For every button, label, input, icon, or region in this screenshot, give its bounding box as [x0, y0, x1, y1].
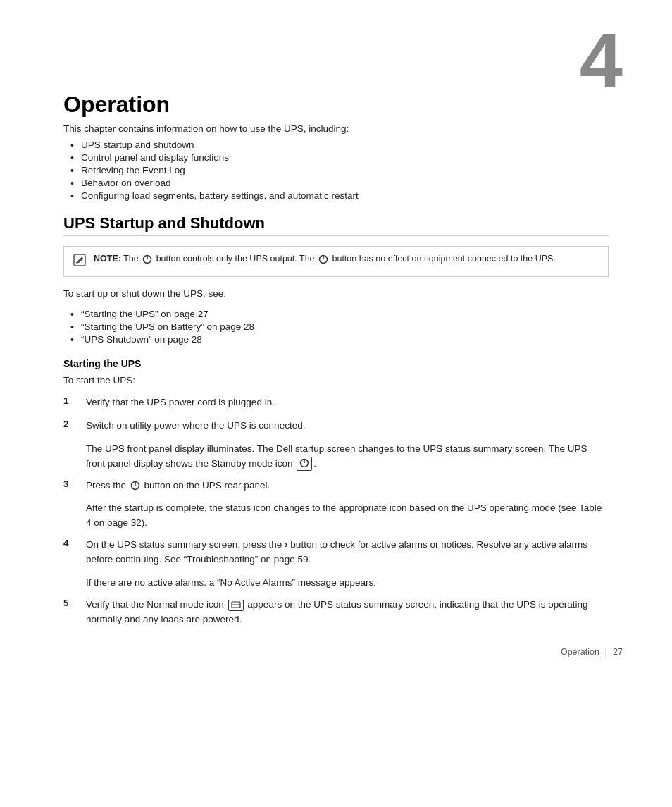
footer-label: Operation — [561, 647, 599, 657]
subsection-intro: To start the UPS: — [63, 374, 609, 388]
step-content-3: Press the button on the UPS rear panel. — [86, 479, 609, 493]
step-4-sub: If there are no active alarms, a “No Act… — [86, 576, 609, 591]
list-item: UPS startup and shutdown — [70, 140, 609, 151]
footer: Operation | 27 — [0, 647, 672, 657]
list-item: Retrieving the Event Log — [70, 165, 609, 176]
list-item: “Starting the UPS on Battery” on page 28 — [70, 321, 609, 333]
step-4: 4 On the UPS status summary screen, pres… — [63, 538, 609, 567]
step-num-5: 5 — [63, 598, 86, 608]
chapter-number: 4 — [580, 21, 623, 99]
step-num-4: 4 — [63, 538, 86, 548]
step-content-2: Switch on utility power where the UPS is… — [86, 419, 609, 433]
startup-intro: To start up or shut down the UPS, see: — [63, 287, 609, 302]
power-icon-1 — [142, 254, 152, 264]
power-icon-2 — [318, 254, 328, 264]
intro-bullet-list: UPS startup and shutdown Control panel a… — [70, 140, 609, 202]
section1-title: UPS Startup and Shutdown — [63, 214, 609, 236]
intro-text: This chapter contains information on how… — [63, 123, 609, 134]
normal-mode-icon — [228, 600, 244, 611]
steps-list: 1 Verify that the UPS power cord is plug… — [63, 395, 609, 627]
list-item: Configuring load segments, battery setti… — [70, 190, 609, 202]
step-2-sub: The UPS front panel display illuminates.… — [86, 442, 609, 472]
note-text-span: The — [121, 254, 141, 264]
list-item: “Starting the UPS” on page 27 — [70, 309, 609, 320]
note-icon — [73, 253, 87, 271]
step-content-1: Verify that the UPS power cord is plugge… — [86, 395, 609, 410]
step-content-4: On the UPS status summary screen, press … — [86, 538, 609, 567]
subsection-title: Starting the UPS — [63, 358, 609, 369]
step-num-2: 2 — [63, 419, 86, 429]
list-item: Control panel and display functions — [70, 152, 609, 164]
footer-separator: | — [605, 647, 607, 657]
step-content-5: Verify that the Normal mode icon appears… — [86, 598, 609, 627]
step-5: 5 Verify that the Normal mode icon appea… — [63, 598, 609, 627]
step-1: 1 Verify that the UPS power cord is plug… — [63, 395, 609, 410]
power-icon-3 — [130, 481, 140, 491]
step-num-1: 1 — [63, 395, 86, 406]
step-num-3: 3 — [63, 479, 86, 489]
footer-page: 27 — [613, 647, 623, 657]
step-2: 2 Switch on utility power where the UPS … — [63, 419, 609, 433]
step-3-sub: After the startup is complete, the statu… — [86, 501, 609, 531]
step-3: 3 Press the button on the UPS rear panel… — [63, 479, 609, 493]
startup-links-list: “Starting the UPS” on page 27 “Starting … — [70, 309, 609, 345]
page-title: Operation — [63, 92, 609, 118]
note-box: NOTE: The button controls only the UPS o… — [63, 246, 609, 277]
note-text: NOTE: The button controls only the UPS o… — [94, 252, 556, 266]
page-content: 4 Operation This chapter contains inform… — [0, 0, 672, 678]
list-item: “UPS Shutdown” on page 28 — [70, 334, 609, 345]
list-item: Behavior on overload — [70, 178, 609, 189]
standby-mode-icon — [297, 457, 312, 471]
